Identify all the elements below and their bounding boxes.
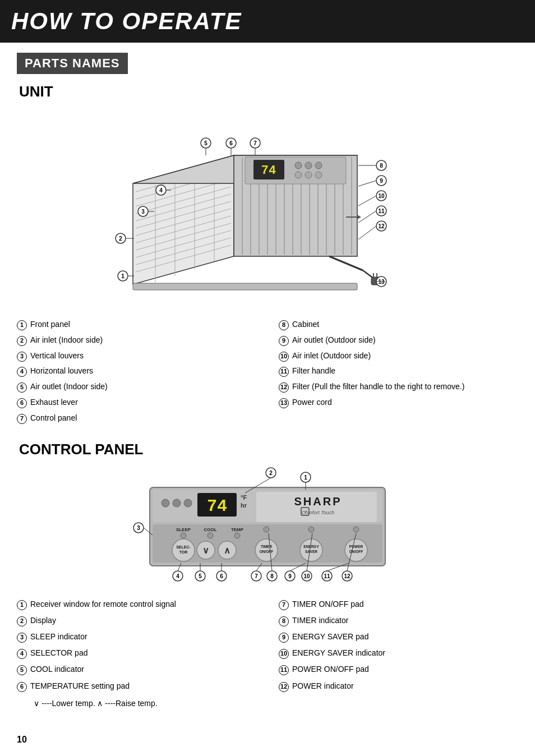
list-item: 9 ENERGY SAVER pad	[279, 630, 518, 644]
svg-text:Comfort Touch: Comfort Touch	[302, 510, 335, 515]
list-item: 4 Horizontal louvers	[17, 365, 256, 378]
svg-text:1: 1	[121, 273, 124, 279]
list-item: 8 Cabinet	[279, 318, 518, 331]
svg-text:7: 7	[255, 573, 258, 579]
svg-point-38	[315, 162, 322, 169]
list-item: 11 POWER ON/OFF pad	[279, 662, 518, 676]
svg-line-86	[358, 211, 376, 223]
svg-point-91	[162, 499, 169, 507]
svg-point-92	[173, 499, 181, 507]
svg-point-39	[295, 172, 302, 178]
list-item: 5 COOL indicator	[17, 662, 256, 676]
svg-text:8: 8	[270, 573, 274, 579]
svg-text:SELEC-: SELEC-	[176, 545, 191, 549]
svg-point-37	[305, 162, 312, 169]
svg-text:SAVER: SAVER	[305, 550, 317, 554]
svg-point-107	[181, 533, 186, 538]
page-number: 10	[17, 735, 27, 745]
list-item	[279, 412, 518, 425]
svg-text:∧: ∧	[224, 546, 230, 555]
svg-text:10: 10	[378, 193, 385, 199]
svg-text:11: 11	[324, 573, 330, 579]
list-item: 1 Receiver window for remote control sig…	[17, 597, 256, 611]
page-title: HOW TO OPERATE	[11, 8, 524, 35]
svg-point-108	[207, 533, 213, 538]
svg-point-120	[264, 527, 269, 532]
svg-text:5: 5	[204, 140, 207, 146]
svg-text:TEMP: TEMP	[231, 527, 244, 532]
unit-label: UNIT	[19, 83, 518, 100]
svg-text:11: 11	[378, 208, 385, 214]
svg-text:2: 2	[269, 470, 273, 476]
list-item: 8 TIMER indicator	[279, 614, 518, 628]
svg-line-84	[358, 181, 376, 186]
list-item: 12 Filter (Pull the filter handle to the…	[279, 380, 518, 394]
list-item: 10 ENERGY SAVER indicator	[279, 646, 518, 660]
svg-text:10: 10	[303, 573, 310, 579]
list-item: 3 SLEEP indicator	[17, 630, 256, 644]
list-item: 7 TIMER ON/OFF pad	[279, 597, 518, 611]
svg-text:∨: ∨	[202, 546, 209, 555]
svg-text:hr: hr	[241, 502, 247, 509]
list-item: 9 Air outlet (Outdoor side)	[279, 334, 518, 347]
svg-text:ENERGY: ENERGY	[303, 545, 319, 548]
svg-point-93	[184, 499, 192, 507]
svg-text:9: 9	[380, 178, 383, 184]
svg-text:TOR: TOR	[179, 550, 188, 554]
control-panel-svg: 74 °F hr SHARP ✓ Comfort Touch SLEEP COO…	[127, 465, 408, 583]
svg-text:2: 2	[119, 236, 122, 242]
list-item: 2 Air inlet (Indoor side)	[17, 334, 256, 347]
list-item: 3 Vertical louvers	[17, 349, 256, 363]
svg-text:74: 74	[261, 164, 276, 178]
svg-point-36	[295, 162, 302, 169]
svg-text:8: 8	[380, 163, 383, 169]
temp-sub-note: ∨ ----Lower temp. ∧ ----Raise temp.	[34, 699, 518, 708]
list-item: 11 Filter handle	[279, 365, 518, 378]
svg-text:4: 4	[176, 573, 179, 579]
svg-text:74: 74	[207, 497, 227, 516]
control-panel-label: CONTROL PANEL	[19, 441, 518, 458]
svg-text:COOL: COOL	[204, 527, 216, 532]
svg-text:7: 7	[253, 140, 257, 146]
parts-names-heading: PARTS NAMES	[17, 53, 128, 74]
svg-point-128	[353, 527, 359, 532]
svg-text:5: 5	[199, 573, 202, 579]
list-item: 6 TEMPERATURE setting pad	[17, 679, 256, 693]
svg-text:SLEEP: SLEEP	[176, 527, 191, 532]
control-panel-diagram: 74 °F hr SHARP ✓ Comfort Touch SLEEP COO…	[17, 465, 518, 588]
svg-text:1: 1	[304, 474, 307, 481]
svg-point-124	[308, 527, 314, 532]
svg-text:6: 6	[220, 573, 223, 579]
svg-text:POWER: POWER	[349, 545, 363, 548]
unit-diagram-area: 74 1 2	[17, 105, 518, 312]
svg-text:TIMER: TIMER	[261, 545, 273, 548]
svg-text:ON/OFF: ON/OFF	[260, 550, 274, 554]
svg-text:12: 12	[378, 223, 385, 229]
unit-diagram-svg: 74 1 2	[88, 105, 447, 307]
svg-text:SHARP: SHARP	[294, 495, 342, 508]
svg-text:6: 6	[229, 140, 233, 146]
svg-line-87	[358, 226, 376, 239]
svg-text:3: 3	[141, 209, 145, 215]
svg-text:3: 3	[137, 525, 140, 531]
list-item: 5 Air outlet (Indoor side)	[17, 380, 256, 394]
list-item: 4 SELECTOR pad	[17, 646, 256, 660]
svg-text:°F: °F	[241, 494, 247, 501]
list-item: 7 Control panel	[17, 412, 256, 425]
unit-parts-list: 1 Front panel 8 Cabinet 2 Air inlet (Ind…	[17, 318, 518, 425]
svg-point-40	[305, 172, 312, 178]
svg-marker-49	[357, 215, 361, 219]
svg-text:4: 4	[159, 187, 163, 193]
svg-line-85	[358, 196, 376, 206]
svg-text:9: 9	[288, 573, 292, 579]
svg-line-43	[329, 256, 363, 270]
cp-parts-list: 1 Receiver window for remote control sig…	[17, 597, 518, 693]
list-item: 1 Front panel	[17, 318, 256, 331]
svg-text:12: 12	[344, 573, 350, 579]
list-item: 12 POWER indicator	[279, 679, 518, 693]
svg-point-41	[315, 172, 322, 178]
list-item: 2 Display	[17, 614, 256, 628]
list-item: 10 Air inlet (Outdoor side)	[279, 349, 518, 363]
svg-point-109	[234, 533, 240, 538]
svg-rect-42	[133, 283, 357, 290]
